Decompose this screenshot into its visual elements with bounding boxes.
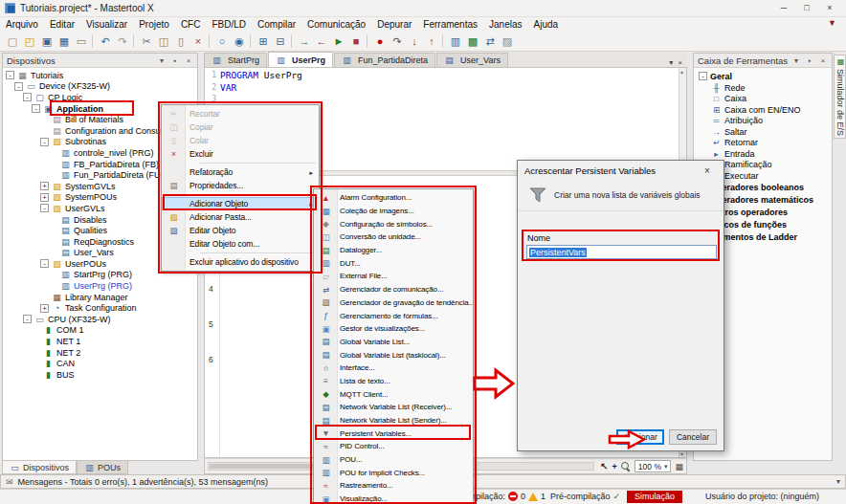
toolbox-item[interactable]: ═ Atribuição (694, 116, 832, 127)
zoom-level-select[interactable]: 100 % (634, 460, 672, 472)
expander-icon[interactable] (49, 237, 57, 246)
expander-icon[interactable] (49, 171, 57, 180)
expander-icon[interactable]: - (23, 315, 32, 323)
submenu-item[interactable]: ⇄ Gerenciador de comunicação... (314, 283, 473, 296)
context-menu-item[interactable]: Editar Objeto com... (162, 237, 319, 251)
expander-icon[interactable] (40, 293, 49, 301)
expander-icon[interactable] (49, 215, 57, 224)
stop-icon[interactable]: ■ (347, 33, 365, 50)
expander-icon[interactable] (49, 160, 57, 168)
toolbox-item[interactable]: ▸ Entrada (694, 148, 832, 160)
open-project-icon[interactable]: ◰ (21, 33, 38, 50)
expander-icon[interactable]: + (40, 193, 49, 202)
toolbox-item[interactable]: □ Caixa (694, 94, 832, 105)
submenu-item[interactable]: ▤ Datalogger... (314, 244, 473, 257)
dialog-close-icon[interactable]: × (698, 165, 717, 176)
messages-expand-icon[interactable]: ▾ (836, 477, 840, 486)
expander-icon[interactable] (40, 126, 49, 135)
expander-icon[interactable]: - (40, 204, 49, 212)
submenu-item[interactable]: ▣ Gestor de visualizações... (314, 322, 473, 336)
expander-icon[interactable]: - (23, 93, 32, 101)
expander-icon[interactable] (40, 116, 49, 124)
monitoring-icon[interactable]: ▥ (447, 33, 464, 50)
communication-icon[interactable]: ⇄ (481, 33, 499, 50)
expander-icon[interactable] (49, 271, 57, 279)
submenu-item[interactable]: ▥ POU for Implicit Checks... (314, 466, 473, 479)
find-icon[interactable]: ○ (213, 33, 231, 50)
submenu-item[interactable]: ▲ Alarm Configuration... (314, 191, 473, 205)
submenu-item[interactable]: ○ Interface... (314, 362, 473, 375)
document-tab[interactable]: ▥ StartPrg (204, 53, 267, 67)
breakpoint-icon[interactable]: ● (371, 33, 389, 50)
document-tab[interactable]: ▤ User_Vars (436, 53, 508, 67)
expander-icon[interactable]: - (40, 259, 49, 268)
toolbox-item[interactable]: ╫ Rede (694, 82, 832, 94)
copy-icon[interactable]: ◫ (155, 33, 172, 50)
expander-icon[interactable]: - (6, 71, 14, 79)
expander-icon[interactable]: - (32, 104, 40, 113)
step-out-icon[interactable]: ↑ (423, 33, 440, 50)
menu-item[interactable]: Visualizar (80, 17, 133, 32)
tree-item[interactable]: ▮ NET 1 (3, 336, 197, 347)
tree-item[interactable]: - ▭ CPU (XF325-W) (3, 314, 197, 325)
chevron-down-icon[interactable] (791, 56, 801, 65)
step-into-icon[interactable]: ↓ (406, 33, 423, 50)
step-over-icon[interactable]: ↷ (389, 33, 406, 50)
menu-item[interactable]: CFC (175, 17, 207, 32)
tree-item[interactable]: ▥ UserPrg (PRG) (3, 280, 197, 292)
toolbox-category-geral[interactable]: - Geral (694, 70, 832, 82)
pin-icon[interactable] (805, 56, 814, 65)
simulation-icon[interactable]: ▩ (464, 33, 481, 50)
paste-icon[interactable]: ▯ (172, 33, 189, 50)
menu-item[interactable]: Compilar (252, 17, 301, 32)
menu-item[interactable]: Editar (44, 17, 80, 32)
menu-item[interactable]: Arquivo (0, 17, 44, 32)
menu-item[interactable]: Ajuda (527, 17, 564, 32)
adicionar-button[interactable]: Adicionar (616, 429, 664, 445)
context-menu-item[interactable]: Refatoração (162, 165, 319, 179)
submenu-item[interactable]: ◆ MQTT Client... (314, 387, 473, 401)
delete-icon[interactable]: × (189, 33, 207, 50)
menu-item[interactable]: Depurar (371, 17, 417, 32)
generate-code-icon[interactable]: ⊟ (272, 33, 289, 50)
io-simulator-tab[interactable]: ▦ Simulador de E/S (834, 55, 846, 139)
tree-item[interactable]: ▮ NET 2 (3, 347, 197, 359)
menu-item[interactable]: Comunicação (301, 17, 371, 32)
close-icon[interactable] (184, 56, 193, 65)
menu-item[interactable]: Ferramentas (417, 17, 483, 32)
grid-view-icon[interactable] (675, 462, 683, 471)
context-menu-item[interactable]: × Excluir (162, 147, 319, 161)
tree-item[interactable]: - ▦ Tutoriais (3, 70, 197, 81)
tab-close-icon[interactable]: × (678, 58, 682, 67)
menubar-overflow-icon[interactable]: ▼ (828, 18, 836, 28)
expander-icon[interactable]: - (699, 72, 707, 80)
expander-icon[interactable] (32, 326, 40, 335)
magnifier-icon[interactable] (621, 462, 631, 471)
expander-icon[interactable] (49, 249, 57, 257)
tab-list-chevron-icon[interactable]: ▾ (669, 58, 673, 67)
expander-icon[interactable] (49, 148, 57, 157)
context-menu-item[interactable]: ▤ Propriedades... (162, 179, 319, 192)
panel-tab[interactable]: ▥ POUs (77, 461, 128, 474)
menu-item[interactable]: FBD/LD (206, 17, 252, 32)
expander-icon[interactable]: + (40, 182, 49, 190)
pin-icon[interactable] (170, 56, 180, 65)
zoom-in-icon[interactable] (612, 462, 617, 471)
submenu-item[interactable]: ▤ Global Variable List... (314, 336, 473, 349)
tree-item[interactable]: ▮ CAN (3, 358, 197, 369)
cut-icon[interactable]: ✂ (138, 33, 155, 50)
expander-icon[interactable]: + (40, 304, 49, 313)
close-icon[interactable] (818, 56, 828, 65)
context-menu-item[interactable]: ✂ Recortar (162, 107, 319, 121)
login-icon[interactable]: → (296, 33, 313, 50)
undo-icon[interactable]: ↶ (97, 33, 114, 50)
minimize-button[interactable]: ─ (772, 1, 795, 16)
submenu-item[interactable]: ▨ Gerenciador de gravação de tendência..… (314, 296, 473, 310)
submenu-item[interactable]: ▦ Coleção de imagens... (314, 205, 473, 218)
expander-icon[interactable] (32, 338, 40, 346)
expander-icon[interactable] (32, 370, 40, 379)
context-menu-item[interactable]: ▧ Adicionar Pasta... (162, 210, 319, 224)
submenu-item[interactable]: ≈ PID Control... (314, 440, 473, 453)
submenu-item[interactable]: ▥ DUT... (314, 256, 473, 270)
menu-item[interactable]: Janelas (483, 17, 527, 32)
